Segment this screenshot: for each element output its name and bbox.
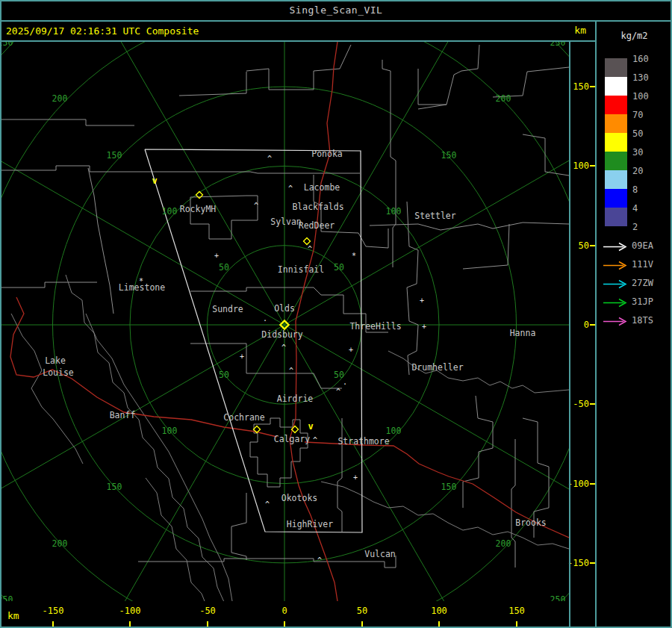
scale-swatch (605, 96, 627, 114)
town-marker-caret-icon: ^ (281, 343, 286, 352)
right-axis-label: 150 (573, 82, 589, 91)
boundary-line (0, 166, 360, 173)
scale-value-label: 130 (632, 73, 649, 82)
scale-value-label: 30 (632, 148, 643, 157)
city-label-ponoka: Ponoka (311, 149, 343, 159)
town-marker-plus-icon: + (353, 473, 358, 482)
boundary-line (246, 45, 351, 90)
azimuth-line (284, 325, 569, 534)
boundary-line (190, 196, 258, 239)
city-label-rockymh: RockyMH (180, 204, 217, 214)
scale-value-label: 4 (632, 204, 638, 213)
boundary-line (463, 396, 493, 508)
city-label-cochrane: Cochrane (223, 412, 264, 423)
ring-distance-label: 100 (162, 426, 178, 436)
ring-distance-label: 100 (386, 206, 402, 217)
site-id-label: 09EA (632, 241, 653, 250)
city-label-stettler: Stettler (414, 211, 455, 221)
town-marker-plus-icon: + (349, 346, 353, 354)
town-marker-caret-icon: ^ (265, 500, 270, 509)
ring-distance-label: 150 (441, 482, 457, 492)
right-axis-tick (590, 403, 595, 405)
ring-distance-label: 250 (0, 42, 13, 48)
storm-check-icon: v (308, 421, 313, 432)
scale-value-label: 100 (632, 92, 649, 101)
town-marker-caret-icon: ^ (308, 245, 312, 253)
azimuth-line (75, 325, 284, 601)
scale-value-label: 8 (632, 185, 638, 194)
town-marker-caret-icon: ^ (267, 155, 272, 163)
site-id-label: 18TS (632, 316, 653, 325)
town-marker-caret-icon: ^ (254, 202, 258, 210)
terrain-line (66, 275, 224, 601)
legend-panel: kg/m2 16013010070503020842 09EA111V27ZW3… (597, 22, 672, 628)
right-axis-tick (590, 562, 595, 564)
ring-distance-label: 150 (107, 482, 122, 492)
ring-distance-label: 250 (0, 594, 13, 601)
site-id-label: 31JP (632, 297, 653, 306)
window-border-left (0, 0, 1, 628)
city-label-banff: Banff (110, 410, 136, 420)
ring-distance-label: 50 (219, 262, 229, 273)
town-marker-caret-icon: ^ (313, 436, 317, 444)
town-marker-star-icon: * (352, 252, 356, 260)
boundary-line (382, 60, 396, 267)
window-title: Single_Scan_VIL (290, 4, 383, 16)
bottom-axis-label: 50 (357, 606, 367, 616)
town-marker-caret-icon: ^ (288, 184, 293, 193)
scale-value-label: 70 (632, 111, 643, 119)
azimuth-line (75, 42, 284, 325)
city-label-calgary: Calgary (274, 434, 311, 444)
right-axis-label: -150 (567, 559, 589, 568)
bottom-axis-unit-label: km (7, 610, 19, 621)
city-label-strathmore: Strathmore (337, 436, 389, 447)
scale-value-label: 160 (632, 55, 649, 63)
site-id-label: 27ZW (632, 279, 653, 287)
right-axis-tick (590, 324, 595, 326)
ring-distance-label: 150 (441, 150, 457, 161)
right-axis-tick (590, 165, 595, 167)
city-label-sylvan: Sylvan (270, 217, 302, 227)
city-label-threehills: ThreeHills (349, 321, 401, 332)
city-label-didsbury: Didsbury (261, 329, 302, 340)
bottom-distance-axis: km -150-100-50050100150 (0, 601, 595, 628)
town-marker-dot-icon: . (263, 314, 267, 323)
title-bar: Single_Scan_VIL (0, 0, 672, 20)
right-axis-label: -50 (573, 400, 589, 408)
bottom-axis-label: -150 (43, 606, 64, 616)
ring-distance-label: 150 (107, 150, 122, 161)
city-label-reddeer: RedDeer (299, 220, 335, 231)
boundary-line (138, 556, 396, 568)
bottom-axis-label: 150 (508, 606, 525, 616)
infobar-divider (0, 40, 596, 42)
legend-divider (595, 22, 597, 628)
town-marker-plus-icon: + (240, 352, 244, 361)
terrain-line (11, 314, 83, 464)
city-label-okotoks: Okotoks (281, 493, 317, 503)
city-label-brooks: Brooks (515, 517, 547, 528)
ring-distance-label: 50 (219, 370, 229, 380)
site-arrow-icon (603, 296, 628, 311)
town-marker-caret-icon: ^ (336, 388, 340, 396)
boundary-line (493, 67, 569, 97)
highway-line (290, 42, 337, 601)
city-label-olds: Olds (274, 303, 295, 314)
ring-distance-label: 50 (334, 262, 344, 273)
town-marker-caret-icon: ^ (317, 556, 322, 565)
city-label-blackfalds: Blackfalds (292, 202, 343, 212)
boundary-line (370, 223, 569, 230)
boundary-line (407, 202, 418, 375)
boundary-line (511, 439, 515, 568)
town-marker-plus-icon: + (214, 252, 219, 260)
city-label-airdrie: Airdrie (277, 394, 314, 404)
scale-value-label: 50 (632, 129, 643, 138)
ring-distance-label: 250 (550, 594, 566, 601)
right-axis-label: -100 (567, 479, 589, 488)
storm-check-icon: v (152, 175, 157, 186)
radar-map-canvas[interactable]: 5050505010010010010015015015015020020020… (0, 42, 569, 601)
site-arrow-icon (603, 278, 628, 292)
legend-unit-label: kg/m2 (597, 31, 672, 41)
scale-swatch (605, 133, 627, 152)
storm-cell-diamond-icon (303, 237, 310, 244)
bottom-axis-label: -50 (199, 606, 216, 616)
